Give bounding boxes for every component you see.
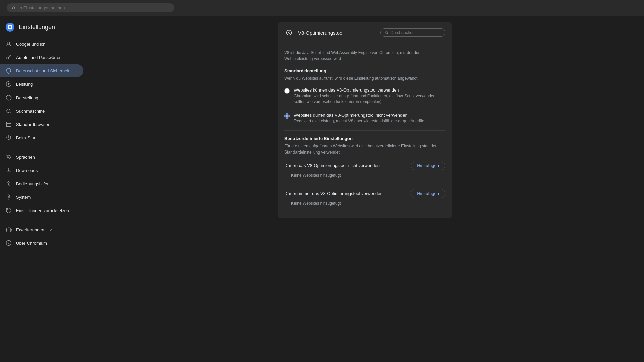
- svg-point-15: [385, 31, 388, 34]
- sidebar-item-downloads[interactable]: Downloads: [0, 164, 83, 177]
- sidebar-item-accessibility[interactable]: Bedienungshilfen: [0, 177, 83, 190]
- sidebar-item-autofill[interactable]: Autofill und Passwörter: [0, 51, 83, 64]
- info-icon: [5, 240, 12, 246]
- sidebar-label-performance: Leistung: [16, 82, 33, 87]
- sidebar-label-languages: Sprachen: [16, 155, 35, 160]
- back-button[interactable]: [284, 28, 294, 37]
- system-icon: [5, 194, 12, 200]
- panel-description: V8 ist die JavaScript- und WebAssembly-E…: [284, 50, 445, 62]
- custom-section-title: Benutzerdefinierte Einstellungen: [284, 136, 445, 141]
- window-icon: [5, 121, 12, 128]
- groups-divider: [284, 183, 445, 183]
- radio-allow-label: Websites können das V8-Optimierungstool …: [294, 87, 445, 93]
- svg-point-10: [8, 196, 10, 198]
- sidebar-divider-1: [0, 147, 86, 147]
- panel-header: V8-Optimierungstool: [278, 22, 452, 43]
- panel-body: V8 ist die JavaScript- und WebAssembly-E…: [278, 43, 452, 218]
- top-bar: [0, 0, 644, 16]
- sidebar-item-about[interactable]: Über Chromium: [0, 236, 83, 250]
- standard-section-title: Standardeinstellung: [284, 68, 445, 73]
- radio-block-sublabel: Reduziert die Leistung, macht V8 aber wi…: [294, 118, 424, 124]
- custom-group-2-label: Dürfen immer das V8-Optimierungstool ver…: [284, 191, 383, 196]
- sidebar-label-google: Google und ich: [16, 42, 45, 47]
- main-layout: Einstellungen Google und ich Autofill un…: [0, 16, 644, 362]
- search-icon: [11, 6, 16, 10]
- custom-group-1-empty: Keine Websites hinzugefügt: [291, 173, 445, 178]
- person-icon: [5, 41, 12, 47]
- sidebar-label-appearance: Darstellung: [16, 95, 38, 100]
- svg-point-2: [9, 26, 11, 28]
- translate-icon: [5, 154, 12, 160]
- sidebar-label-browser: Standardbrowser: [16, 122, 49, 127]
- panel-header-left: V8-Optimierungstool: [284, 28, 344, 37]
- palette-icon: [5, 94, 12, 101]
- svg-point-7: [7, 109, 10, 113]
- download-icon: [5, 167, 12, 174]
- extension-icon: [5, 226, 12, 233]
- panel-search[interactable]: [380, 28, 445, 37]
- reset-icon: [5, 207, 12, 214]
- sidebar-title: Einstellungen: [19, 24, 55, 31]
- svg-point-3: [8, 42, 10, 44]
- custom-group-2-empty: Keine Websites hinzugefügt: [291, 201, 445, 206]
- sidebar-item-appearance[interactable]: Darstellung: [0, 91, 83, 104]
- sidebar-label-search: Suchmaschine: [16, 109, 45, 114]
- custom-group-1-row: Dürfen das V8-Optimierungstool nicht ver…: [284, 161, 445, 170]
- custom-settings-section: Benutzerdefinierte Einstellungen Für die…: [284, 136, 445, 206]
- sidebar-divider-2: [0, 220, 86, 220]
- sidebar-item-google[interactable]: Google und ich: [0, 37, 83, 51]
- sidebar-label-privacy: Datenschutz und Sicherheit: [16, 68, 69, 73]
- top-search-input[interactable]: [18, 5, 170, 10]
- sidebar-item-startup[interactable]: Beim Start: [0, 131, 83, 144]
- shield-icon: [5, 67, 12, 74]
- search-icon: [5, 108, 12, 114]
- svg-rect-8: [6, 122, 11, 127]
- sidebar-label-extensions: Erweiterungen: [16, 227, 44, 232]
- custom-section-description: Für die unten aufgeführten Websites wird…: [284, 143, 445, 155]
- sidebar-label-reset: Einstellungen zurücksetzen: [16, 208, 69, 213]
- radio-allow[interactable]: [284, 88, 290, 94]
- panel-search-icon: [385, 31, 389, 35]
- sidebar-item-browser[interactable]: Standardbrowser: [0, 118, 83, 131]
- radio-option-allow: Websites können das V8-Optimierungstool …: [284, 86, 445, 106]
- sidebar-label-autofill: Autofill und Passwörter: [16, 55, 61, 60]
- section-divider: [284, 130, 445, 131]
- sidebar-item-extensions[interactable]: Erweiterungen ↗: [0, 223, 83, 236]
- sidebar-item-privacy[interactable]: Datenschutz und Sicherheit: [0, 64, 83, 77]
- sidebar-item-languages[interactable]: Sprachen: [0, 150, 83, 164]
- power-icon: [5, 134, 12, 141]
- gauge-icon: [5, 81, 12, 87]
- key-icon: [5, 54, 12, 61]
- sidebar-item-reset[interactable]: Einstellungen zurücksetzen: [0, 204, 83, 217]
- radio-option-block: Websites dürfen das V8-Optimierungstool …: [284, 111, 445, 125]
- sidebar-label-accessibility: Bedienungshilfen: [16, 181, 50, 186]
- add-button-group-2[interactable]: Hinzufügen: [411, 189, 445, 198]
- external-link-icon: ↗: [50, 228, 53, 232]
- sidebar-label-downloads: Downloads: [16, 168, 38, 173]
- standard-section-description: Wenn du Websites aufrufst, wird diese Ei…: [284, 75, 445, 81]
- back-arrow-icon: [286, 29, 292, 36]
- sidebar-item-system[interactable]: System: [0, 190, 83, 204]
- sidebar-label-system: System: [16, 195, 31, 200]
- settings-panel: V8-Optimierungstool V8 ist die JavaScrip…: [278, 22, 452, 218]
- svg-point-9: [8, 181, 9, 182]
- radio-block-label: Websites dürfen das V8-Optimierungstool …: [294, 113, 424, 118]
- svg-point-14: [287, 30, 292, 35]
- custom-group-1-label: Dürfen das V8-Optimierungstool nicht ver…: [284, 163, 380, 168]
- radio-allow-sublabel: Chromium wird schneller ausgeführt und F…: [294, 93, 445, 105]
- sidebar: Einstellungen Google und ich Autofill un…: [0, 16, 86, 362]
- content-area: V8-Optimierungstool V8 ist die JavaScrip…: [86, 16, 644, 362]
- top-search-bar[interactable]: [7, 3, 174, 12]
- sidebar-label-startup: Beim Start: [16, 135, 37, 140]
- sidebar-item-performance[interactable]: Leistung: [0, 77, 83, 91]
- sidebar-item-search[interactable]: Suchmaschine: [0, 104, 83, 118]
- radio-block[interactable]: [284, 113, 290, 119]
- add-button-group-1[interactable]: Hinzufügen: [411, 161, 445, 170]
- custom-group-2-row: Dürfen immer das V8-Optimierungstool ver…: [284, 189, 445, 198]
- panel-search-input[interactable]: [391, 30, 441, 35]
- svg-point-4: [7, 57, 9, 59]
- chromium-logo: [5, 22, 15, 32]
- sidebar-header: Einstellungen: [0, 19, 86, 37]
- panel-title: V8-Optimierungstool: [298, 30, 344, 36]
- sidebar-label-about: Über Chromium: [16, 241, 47, 246]
